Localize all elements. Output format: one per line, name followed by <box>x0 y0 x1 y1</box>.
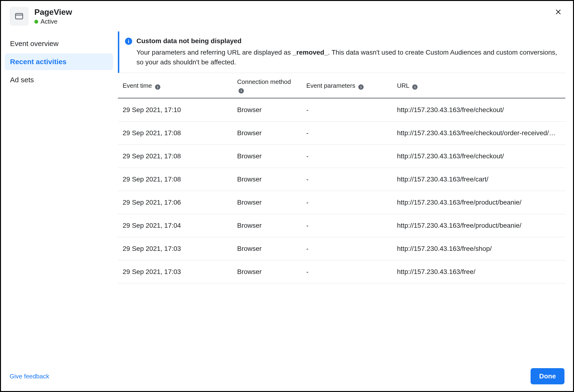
col-event-parameters: Event parameters i <box>302 73 392 98</box>
info-icon[interactable]: i <box>412 84 417 90</box>
table-row: 29 Sep 2021, 17:03Browser-http://157.230… <box>118 260 565 283</box>
table-row: 29 Sep 2021, 17:04Browser-http://157.230… <box>118 214 565 237</box>
info-alert: i Custom data not being displayed Your p… <box>118 32 565 73</box>
col-connection-method: Connection method i <box>232 73 302 98</box>
cell-event-time: 29 Sep 2021, 17:03 <box>118 260 232 283</box>
tab-event-overview[interactable]: Event overview <box>5 35 113 52</box>
cell-url: http://157.230.43.163/free/product/beani… <box>392 214 565 237</box>
activities-table: Event time i Connection method i Event p… <box>118 73 565 283</box>
cell-event-time: 29 Sep 2021, 17:03 <box>118 237 232 260</box>
cell-event-parameters: - <box>302 144 392 168</box>
give-feedback-link[interactable]: Give feedback <box>10 373 49 380</box>
col-connection-method-label: Connection method <box>237 78 291 85</box>
svg-rect-0 <box>16 13 23 19</box>
close-icon <box>555 9 562 15</box>
cell-connection-method: Browser <box>232 121 302 144</box>
cell-url: http://157.230.43.163/free/checkout/ <box>392 144 565 168</box>
table-header-row: Event time i Connection method i Event p… <box>118 73 565 98</box>
browser-window-icon <box>14 11 24 21</box>
alert-body-removed: _removed_ <box>293 49 328 56</box>
page-title: PageView <box>34 8 547 17</box>
cell-event-time: 29 Sep 2021, 17:08 <box>118 144 232 168</box>
tab-recent-activities[interactable]: Recent activities <box>5 53 113 70</box>
cell-event-time: 29 Sep 2021, 17:08 <box>118 168 232 191</box>
table-row: 29 Sep 2021, 17:06Browser-http://157.230… <box>118 191 565 214</box>
cell-event-time: 29 Sep 2021, 17:10 <box>118 98 232 121</box>
info-icon[interactable]: i <box>358 84 364 90</box>
cell-event-parameters: - <box>302 191 392 214</box>
alert-body: Your parameters and referring URL are di… <box>137 48 559 67</box>
table-row: 29 Sep 2021, 17:08Browser-http://157.230… <box>118 144 565 168</box>
cell-event-parameters: - <box>302 237 392 260</box>
table-row: 29 Sep 2021, 17:10Browser-http://157.230… <box>118 98 565 121</box>
cell-connection-method: Browser <box>232 260 302 283</box>
modal-footer: Give feedback Done <box>1 363 573 391</box>
alert-text: Custom data not being displayed Your par… <box>137 37 559 67</box>
status-dot-icon <box>34 20 38 24</box>
sidebar: Event overview Recent activities Ad sets <box>1 32 118 363</box>
cell-url: http://157.230.43.163/free/ <box>392 260 565 283</box>
cell-connection-method: Browser <box>232 168 302 191</box>
info-icon[interactable]: i <box>155 84 160 90</box>
cell-url: http://157.230.43.163/free/product/beani… <box>392 191 565 214</box>
cell-url: http://157.230.43.163/free/cart/ <box>392 168 565 191</box>
cell-connection-method: Browser <box>232 98 302 121</box>
cell-event-time: 29 Sep 2021, 17:04 <box>118 214 232 237</box>
status-row: Active <box>34 18 547 25</box>
cell-event-parameters: - <box>302 214 392 237</box>
table-row: 29 Sep 2021, 17:08Browser-http://157.230… <box>118 168 565 191</box>
cell-connection-method: Browser <box>232 191 302 214</box>
alert-title: Custom data not being displayed <box>137 37 559 45</box>
done-button[interactable]: Done <box>531 368 564 384</box>
cell-url: http://157.230.43.163/free/checkout/orde… <box>392 121 565 144</box>
cell-event-parameters: - <box>302 260 392 283</box>
main-content: i Custom data not being displayed Your p… <box>118 32 573 363</box>
tab-ad-sets[interactable]: Ad sets <box>5 72 113 88</box>
col-event-time-label: Event time <box>123 82 152 89</box>
table-row: 29 Sep 2021, 17:03Browser-http://157.230… <box>118 237 565 260</box>
col-event-time: Event time i <box>118 73 232 98</box>
alert-body-prefix: Your parameters and referring URL are di… <box>137 49 293 56</box>
col-url-label: URL <box>397 82 409 89</box>
table-row: 29 Sep 2021, 17:08Browser-http://157.230… <box>118 121 565 144</box>
col-event-parameters-label: Event parameters <box>306 82 355 89</box>
cell-url: http://157.230.43.163/free/checkout/ <box>392 98 565 121</box>
info-icon[interactable]: i <box>239 88 244 94</box>
close-button[interactable] <box>553 7 563 18</box>
cell-connection-method: Browser <box>232 237 302 260</box>
cell-event-parameters: - <box>302 168 392 191</box>
cell-event-time: 29 Sep 2021, 17:08 <box>118 121 232 144</box>
col-url: URL i <box>392 73 565 98</box>
cell-event-parameters: - <box>302 98 392 121</box>
cell-connection-method: Browser <box>232 214 302 237</box>
cell-url: http://157.230.43.163/free/shop/ <box>392 237 565 260</box>
modal-header: PageView Active <box>1 1 573 32</box>
cell-event-time: 29 Sep 2021, 17:06 <box>118 191 232 214</box>
event-icon-box <box>10 7 29 26</box>
status-label: Active <box>41 18 58 25</box>
header-title-block: PageView Active <box>34 7 547 25</box>
info-icon: i <box>125 38 132 45</box>
cell-connection-method: Browser <box>232 144 302 168</box>
cell-event-parameters: - <box>302 121 392 144</box>
